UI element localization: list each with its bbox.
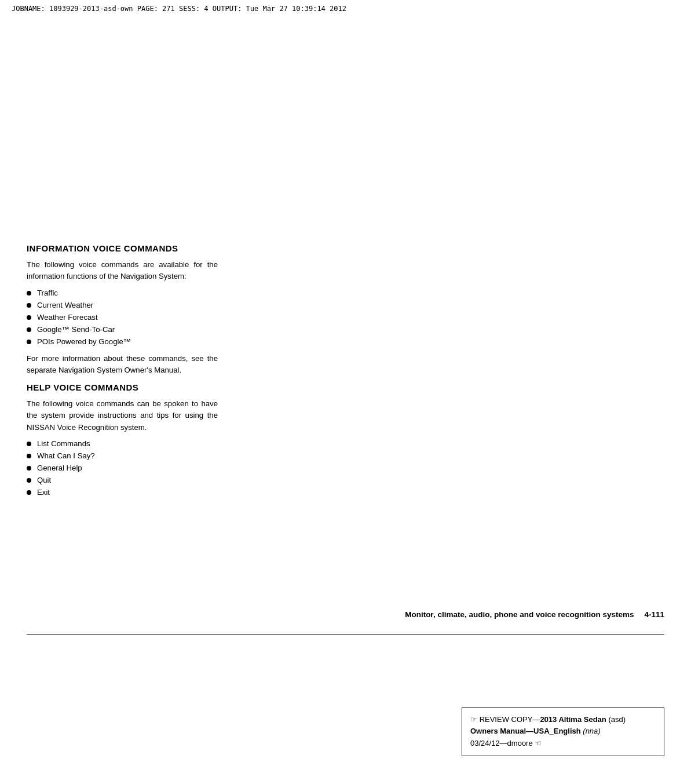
bullet-dot <box>27 303 31 308</box>
help-voice-commands-title: HELP VOICE COMMANDS <box>27 382 218 392</box>
list-item-text: Traffic <box>37 289 58 297</box>
list-item: General Help <box>27 464 218 472</box>
phone-icon-left: ☞ <box>470 715 480 724</box>
list-item-text: Exit <box>37 488 50 497</box>
list-item: Exit <box>27 488 218 497</box>
bullet-dot <box>27 478 31 483</box>
list-item: Current Weather <box>27 301 218 309</box>
list-item: What Can I Say? <box>27 451 218 460</box>
bullet-dot <box>27 340 31 344</box>
review-asd: (asd) <box>606 715 626 724</box>
list-item-text: List Commands <box>37 439 90 448</box>
review-box-line1: ☞ REVIEW COPY—2013 Altima Sedan (asd) <box>470 714 656 726</box>
footer-label: Monitor, climate, audio, phone and voice… <box>405 610 634 619</box>
help-voice-commands-intro: The following voice commands can be spok… <box>27 398 218 433</box>
footer-section: Monitor, climate, audio, phone and voice… <box>0 610 664 619</box>
list-item: Quit <box>27 476 218 484</box>
review-box-line3: 03/24/12—dmoore ☜ <box>470 738 656 750</box>
list-item-text: Google™ Send-To-Car <box>37 325 115 334</box>
review-book-title: 2013 Altima Sedan <box>540 715 606 724</box>
list-item-text: General Help <box>37 464 82 472</box>
review-owners-manual: Owners Manual—USA_English <box>470 727 581 735</box>
list-item-text: What Can I Say? <box>37 451 95 460</box>
info-voice-commands-intro: The following voice commands are availab… <box>27 259 218 283</box>
info-voice-commands-outro: For more information about these command… <box>27 353 218 377</box>
review-copy-label: REVIEW COPY— <box>480 715 540 724</box>
footer-page-number: 4-111 <box>644 610 664 619</box>
page-content: INFORMATION VOICE COMMANDS The following… <box>27 243 218 504</box>
list-item-text: POIs Powered by Google™ <box>37 337 131 346</box>
info-voice-commands-section: INFORMATION VOICE COMMANDS The following… <box>27 243 218 377</box>
list-item-text: Weather Forecast <box>37 313 98 322</box>
info-voice-commands-list: Traffic Current Weather Weather Forecast… <box>27 289 218 346</box>
list-item: POIs Powered by Google™ <box>27 337 218 346</box>
bullet-dot <box>27 466 31 471</box>
bullet-dot <box>27 454 31 458</box>
list-item-text: Quit <box>37 476 51 484</box>
footer-divider <box>27 634 664 635</box>
bullet-dot <box>27 442 31 446</box>
list-item: Google™ Send-To-Car <box>27 325 218 334</box>
bullet-dot <box>27 327 31 332</box>
review-copy-box: ☞ REVIEW COPY—2013 Altima Sedan (asd) Ow… <box>462 708 664 756</box>
bullet-dot <box>27 315 31 320</box>
list-item: List Commands <box>27 439 218 448</box>
header-bar: JOBNAME: 1093929-2013-asd-own PAGE: 271 … <box>12 5 679 13</box>
help-voice-commands-list: List Commands What Can I Say? General He… <box>27 439 218 497</box>
bullet-dot <box>27 490 31 495</box>
review-box-line2: Owners Manual—USA_English (nna) <box>470 725 656 738</box>
info-voice-commands-title: INFORMATION VOICE COMMANDS <box>27 243 218 253</box>
review-nna: (nna) <box>581 727 601 735</box>
list-item: Weather Forecast <box>27 313 218 322</box>
list-item-text: Current Weather <box>37 301 93 309</box>
list-item: Traffic <box>27 289 218 297</box>
help-voice-commands-section: HELP VOICE COMMANDS The following voice … <box>27 382 218 497</box>
bullet-dot <box>27 291 31 296</box>
